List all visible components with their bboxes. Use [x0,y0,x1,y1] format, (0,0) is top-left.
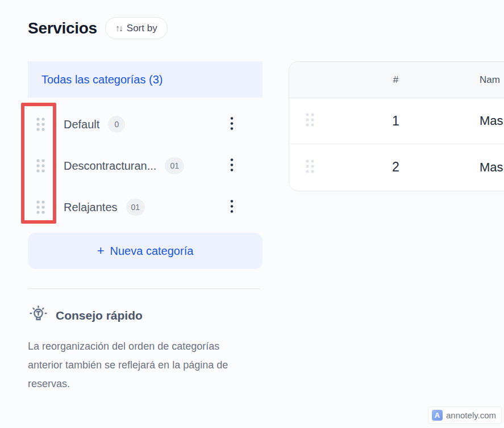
sort-by-button[interactable]: ↑↓ Sort by [105,17,168,39]
lightbulb-icon [28,304,49,327]
kebab-menu-icon[interactable] [227,197,236,218]
quick-tip-header: Consejo rápido [28,304,263,327]
category-name: Descontracturan... [64,160,156,173]
all-categories-item[interactable]: Todas las categorías (3) [28,61,263,98]
category-list: Default 0 Descontracturan... 01 [28,108,263,223]
table-header-row: # Nam [289,62,504,98]
drag-handle-icon[interactable] [34,158,47,173]
kebab-menu-icon[interactable] [227,156,236,177]
quick-tip-title: Consejo rápido [56,309,143,322]
category-count-badge: 01 [165,157,184,174]
category-name: Relajantes [64,201,118,214]
page-title: Servicios [28,19,97,37]
service-name: Mas [480,114,503,128]
drag-handle-icon[interactable] [303,112,316,129]
service-index: 1 [380,114,411,129]
sort-by-label: Sort by [127,23,157,34]
table-row[interactable]: 2 Mas [289,144,504,190]
quick-tip-body: La reorganización del orden de categoría… [28,337,255,393]
category-row-relajantes[interactable]: Relajantes 01 [28,191,263,223]
service-name: Mas [480,160,503,175]
annotely-watermark-label: annotely.com [446,410,496,420]
divider [28,288,260,289]
page-header: Servicios ↑↓ Sort by [28,17,168,39]
category-count-badge: 0 [108,116,125,133]
new-category-label: Nueva categoría [110,245,194,258]
services-table: # Nam 1 Mas 2 Mas [289,61,504,191]
drag-handle-icon[interactable] [34,117,47,132]
category-name: Default [64,118,99,131]
column-header-index: # [380,74,411,86]
kebab-menu-icon[interactable] [227,114,236,135]
plus-icon: + [97,244,105,258]
new-category-button[interactable]: + Nueva categoría [28,233,263,269]
annotely-logo-icon: A [432,410,443,421]
categories-panel: Todas las categorías (3) Default 0 Desco… [28,61,263,393]
service-index: 2 [380,160,411,175]
all-categories-label: Todas las categorías (3) [41,73,163,86]
annotely-watermark[interactable]: A annotely.com [428,406,502,424]
category-count-badge: 01 [126,199,145,216]
column-header-name: Nam [480,74,500,86]
category-row-default[interactable]: Default 0 [28,108,263,140]
drag-handle-icon[interactable] [303,159,316,176]
table-row[interactable]: 1 Mas [289,98,504,144]
drag-handle-icon[interactable] [34,200,47,215]
category-row-descontracturantes[interactable]: Descontracturan... 01 [28,150,263,182]
sort-arrows-icon: ↑↓ [115,23,122,33]
